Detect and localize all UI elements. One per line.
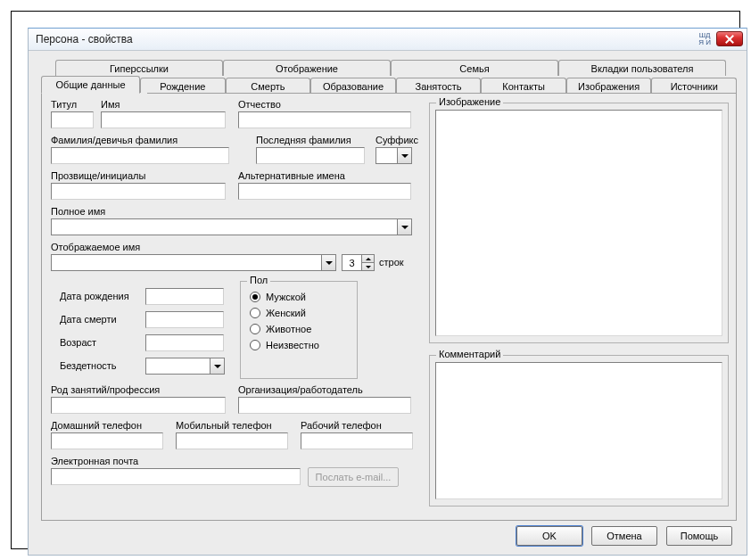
label-display-name: Отображаемое имя [51, 242, 140, 252]
titlebar[interactable]: Персона - свойства ШДЯ И [29, 29, 747, 51]
tab-user-tabs[interactable]: Вкладки пользователя [558, 60, 726, 76]
input-surname[interactable] [51, 147, 229, 164]
label-full-name: Полное имя [51, 206, 105, 217]
screenshot-frame: Персона - свойства ШДЯ И Гиперссылки Ото… [11, 11, 740, 549]
image-preview[interactable] [435, 110, 722, 336]
spinner-up[interactable] [361, 254, 375, 262]
input-title[interactable] [51, 111, 94, 128]
label-mobile-phone: Мобильный телефон [176, 420, 272, 431]
radio-female[interactable]: Женский [250, 308, 357, 318]
spinner-lines[interactable] [342, 254, 375, 271]
input-alt-names[interactable] [238, 183, 411, 200]
input-work-phone[interactable] [301, 432, 413, 449]
input-mobile-phone[interactable] [176, 432, 288, 449]
tab-row-secondary: Гиперссылки Отображение Семья Вкладки по… [55, 60, 726, 76]
help-button[interactable]: Помощь [666, 526, 732, 546]
label-title: Титул [51, 99, 77, 110]
label-email: Электронная почта [51, 456, 138, 466]
input-organization[interactable] [238, 397, 411, 414]
input-dod[interactable] [145, 311, 224, 328]
radio-unknown[interactable]: Неизвестно [250, 340, 357, 350]
tab-general-data[interactable]: Общие данные [41, 76, 140, 94]
radio-male[interactable]: Мужской [250, 292, 357, 302]
label-dob: Дата рождения [60, 291, 129, 301]
radio-animal[interactable]: Животное [250, 324, 357, 334]
combo-full-name[interactable] [51, 218, 412, 235]
label-dod: Дата смерти [60, 314, 117, 325]
tab-employment[interactable]: Занятость [396, 78, 482, 94]
label-last-surname: Последняя фамилия [256, 135, 351, 145]
tab-row-primary: Общие данные Рождение Смерть Образование… [41, 76, 737, 94]
label-nickname: Прозвище/инициалы [51, 170, 145, 181]
spinner-down[interactable] [361, 262, 375, 271]
label-occupation: Род занятий/профессия [51, 384, 160, 395]
group-comment: Комментарий [429, 355, 729, 506]
input-email[interactable] [51, 468, 301, 485]
chevron-down-icon[interactable] [397, 218, 412, 235]
tab-hyperlinks[interactable]: Гиперссылки [55, 60, 223, 76]
send-email-button: Послать e-mail... [308, 467, 399, 487]
cancel-button[interactable]: Отмена [591, 526, 657, 546]
chevron-down-icon[interactable] [397, 147, 412, 164]
window-title: Персона - свойства [36, 33, 133, 45]
tab-birth[interactable]: Рождение [140, 78, 226, 94]
label-age: Возраст [60, 337, 96, 348]
group-gender: Пол Мужской Женский Животное Неизвестно [240, 281, 358, 379]
tab-images[interactable]: Изображения [566, 78, 652, 94]
tab-panel: Титул Имя Отчество Фамилия/девичья фамил… [41, 93, 737, 521]
input-home-phone[interactable] [51, 432, 163, 449]
input-nickname[interactable] [51, 183, 226, 200]
client-area: Гиперссылки Отображение Семья Вкладки по… [29, 51, 747, 555]
input-last-surname[interactable] [256, 147, 365, 164]
tab-contacts[interactable]: Контакты [481, 78, 566, 94]
input-patronymic[interactable] [238, 111, 411, 128]
input-dob[interactable] [145, 288, 224, 305]
label-name: Имя [101, 99, 120, 110]
tab-display[interactable]: Отображение [223, 60, 391, 76]
chevron-down-icon[interactable] [321, 254, 336, 271]
input-name[interactable] [101, 111, 226, 128]
label-lines: строк [379, 257, 404, 268]
close-button[interactable] [716, 31, 743, 46]
comment-textarea[interactable] [435, 362, 722, 499]
input-age[interactable] [145, 334, 224, 351]
label-patronymic: Отчество [238, 99, 281, 110]
label-alt-names: Альтернативные имена [238, 170, 345, 181]
ok-button[interactable]: OK [516, 526, 582, 546]
combo-childless[interactable] [145, 358, 225, 375]
tab-sources[interactable]: Источники [651, 78, 737, 94]
tab-death[interactable]: Смерть [226, 78, 311, 94]
tab-education[interactable]: Образование [310, 78, 396, 94]
label-comment: Комментарий [436, 349, 503, 359]
group-image: Изображение [429, 103, 729, 343]
label-childless: Бездетность [60, 360, 117, 371]
combo-display-name[interactable] [51, 254, 336, 271]
combo-suffix[interactable] [376, 147, 412, 164]
label-suffix: Суффикс [376, 135, 418, 145]
label-home-phone: Домашний телефон [51, 420, 142, 431]
label-work-phone: Рабочий телефон [301, 420, 382, 431]
input-lines[interactable] [342, 254, 361, 271]
input-occupation[interactable] [51, 397, 226, 414]
dialog-window: Персона - свойства ШДЯ И Гиперссылки Ото… [28, 28, 747, 556]
titlebar-aux-icon[interactable]: ШДЯ И [697, 32, 713, 46]
tab-family[interactable]: Семья [391, 60, 558, 76]
label-image: Изображение [436, 96, 503, 107]
label-gender: Пол [247, 275, 270, 285]
close-icon [725, 35, 734, 44]
chevron-down-icon[interactable] [210, 358, 225, 375]
label-organization: Организация/работодатель [238, 384, 363, 395]
label-surname: Фамилия/девичья фамилия [51, 135, 177, 145]
